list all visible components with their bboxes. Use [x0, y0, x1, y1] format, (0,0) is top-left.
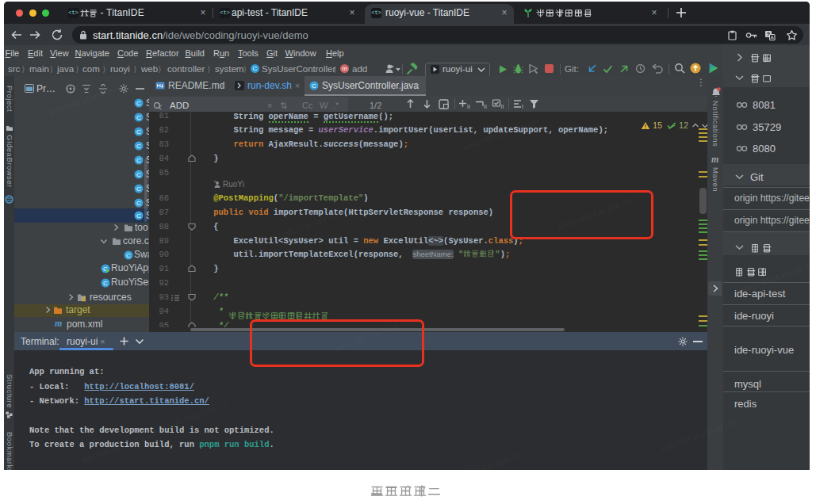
svg-text:C: C	[136, 157, 141, 164]
svg-text:II: II	[467, 104, 470, 109]
svg-text:I: I	[522, 104, 523, 109]
svg-text:C: C	[136, 143, 141, 150]
svg-text:C: C	[103, 280, 108, 287]
svg-text:C: C	[136, 128, 141, 136]
svg-text:C: C	[136, 212, 141, 220]
svg-text:C: C	[136, 185, 141, 193]
svg-text:C: C	[136, 171, 141, 178]
svg-text:C: C	[136, 100, 141, 107]
svg-text:II: II	[484, 104, 487, 109]
svg-text:C: C	[136, 200, 141, 207]
svg-text:II: II	[501, 104, 504, 109]
svg-text:C: C	[136, 114, 141, 121]
svg-text:C: C	[126, 252, 131, 259]
svg-text:C: C	[312, 82, 316, 90]
